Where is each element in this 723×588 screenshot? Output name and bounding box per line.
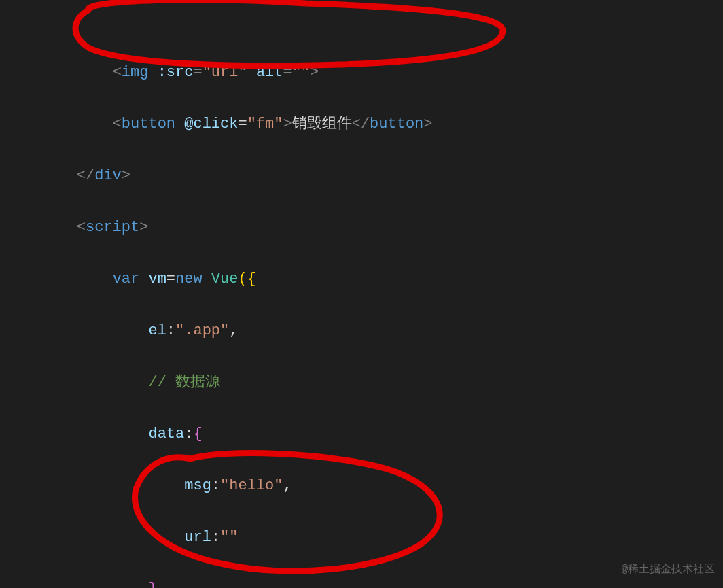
code-line: }, bbox=[0, 576, 723, 588]
code-line: url:"" bbox=[0, 525, 723, 551]
code-editor[interactable]: <img :src="url" alt=""> <button @click="… bbox=[0, 0, 723, 588]
code-line: </div> bbox=[0, 163, 723, 189]
watermark: @稀土掘金技术社区 bbox=[621, 557, 715, 583]
code-line: data:{ bbox=[0, 421, 723, 447]
code-line: <script> bbox=[0, 215, 723, 241]
code-line: <img :src="url" alt=""> bbox=[0, 60, 723, 86]
code-line: el:".app", bbox=[0, 318, 723, 344]
code-line: var vm=new Vue({ bbox=[0, 266, 723, 292]
code-line: // 数据源 bbox=[0, 370, 723, 396]
code-line: <button @click="fm">销毁组件</button> bbox=[0, 111, 723, 137]
code-line: msg:"hello", bbox=[0, 473, 723, 499]
